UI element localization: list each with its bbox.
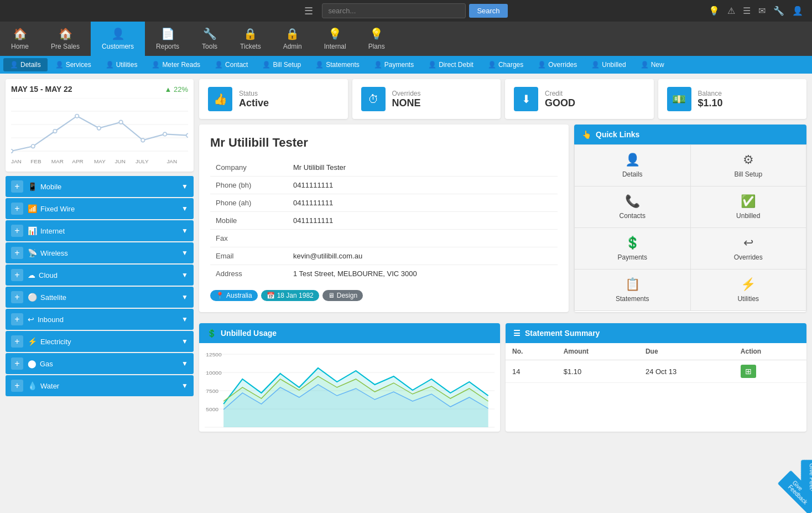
wireless-plus-btn[interactable]: + bbox=[11, 247, 23, 259]
tab-details[interactable]: 👤 Details bbox=[3, 58, 48, 71]
ql-overrides[interactable]: ↩ Overrides bbox=[691, 228, 806, 269]
tools-icon: 🔧 bbox=[203, 27, 217, 40]
stat-status: 👍 Status Active bbox=[199, 79, 348, 119]
search-input[interactable] bbox=[322, 3, 466, 18]
table-row: Phone (bh) 0411111111 bbox=[210, 177, 558, 194]
mini-chart: JAN FEB MAR APR MAY JUN JULY JAN bbox=[11, 98, 188, 164]
balance-label: Balance bbox=[698, 90, 723, 97]
tab-overrides[interactable]: 👤 Overrides bbox=[531, 58, 584, 71]
ql-contacts-label: Contacts bbox=[620, 212, 646, 220]
stmt-action-cell: ⊞ bbox=[734, 360, 806, 383]
percent-badge: ▲ 22% bbox=[164, 85, 188, 94]
field-value-company: Mr Utilibill Tester bbox=[288, 159, 558, 177]
nav-reports[interactable]: 📄 Reports bbox=[145, 22, 190, 56]
water-chevron: ▼ bbox=[181, 382, 188, 390]
service-water[interactable]: + 💧 Water ▼ bbox=[6, 375, 194, 396]
tab-charges[interactable]: 👤 Charges bbox=[481, 58, 530, 71]
stat-status-text: Status Active bbox=[239, 90, 269, 109]
svg-point-5 bbox=[11, 149, 13, 153]
nav-presales[interactable]: 🏠 Pre Sales bbox=[40, 22, 91, 56]
svg-point-13 bbox=[186, 133, 188, 137]
tab-contact[interactable]: 👤 Contact bbox=[208, 58, 254, 71]
statement-card: ☰ Statement Summary No. Amount Due Actio… bbox=[506, 323, 806, 432]
nav-internal[interactable]: 💡 Internal bbox=[313, 22, 357, 56]
service-mobile[interactable]: + 📱 Mobile ▼ bbox=[6, 176, 194, 197]
fixedwire-chevron: ▼ bbox=[181, 205, 188, 213]
alert-icon[interactable]: ⚠ bbox=[727, 6, 735, 16]
menu-icon[interactable]: ☰ bbox=[304, 5, 313, 17]
nav-customers[interactable]: 👤 Customers bbox=[91, 22, 145, 56]
mobile-plus-btn[interactable]: + bbox=[11, 180, 23, 193]
stmt-amount: $1.10 bbox=[557, 360, 639, 383]
service-fixed-wire[interactable]: + 📶 Fixed Wire ▼ bbox=[6, 198, 194, 219]
internet-plus-btn[interactable]: + bbox=[11, 225, 23, 237]
gas-icon: ⬤ bbox=[28, 359, 37, 368]
user-icon[interactable]: 👤 bbox=[792, 6, 803, 16]
nav-admin[interactable]: 🔒 Admin bbox=[272, 22, 313, 56]
tag-dob[interactable]: 📅 18 Jan 1982 bbox=[261, 290, 319, 301]
service-satellite[interactable]: + ⚪ Sattelite ▼ bbox=[6, 287, 194, 308]
ql-billsetup[interactable]: ⚙ Bill Setup bbox=[691, 145, 806, 186]
cloud-plus-btn[interactable]: + bbox=[11, 269, 23, 281]
statement-header-row: No. Amount Due Action bbox=[506, 343, 806, 360]
tab-meter-reads[interactable]: 👤 Meter Reads bbox=[145, 58, 207, 71]
tab-direct-debit[interactable]: 👤 Direct Debit bbox=[421, 58, 480, 71]
inbound-plus-btn[interactable]: + bbox=[11, 313, 23, 325]
ql-payments[interactable]: 💲 Payments bbox=[575, 228, 690, 269]
nav-plans[interactable]: 💡 Plans bbox=[357, 22, 396, 56]
svg-text:JULY: JULY bbox=[136, 158, 149, 164]
view-statement-btn[interactable]: ⊞ bbox=[741, 365, 756, 378]
tab-bill-setup[interactable]: 👤 Bill Setup bbox=[256, 58, 308, 71]
tab-payments[interactable]: 👤 Payments bbox=[367, 58, 420, 71]
tab-services[interactable]: 👤 Services bbox=[49, 58, 98, 71]
service-wireless[interactable]: + 📡 Wireless ▼ bbox=[6, 242, 194, 263]
ql-statements[interactable]: 📋 Statements bbox=[575, 270, 690, 310]
nav-home[interactable]: 🏠 Home bbox=[0, 22, 40, 56]
tag-design[interactable]: 🖥 Design bbox=[322, 290, 363, 301]
statement-table: No. Amount Due Action 14 $1.10 24 Oct 13 bbox=[506, 343, 806, 383]
search-button[interactable]: Search bbox=[469, 4, 507, 18]
tab-statements[interactable]: 👤 Statements bbox=[309, 58, 366, 71]
date-range-title: MAY 15 - MAY 22 bbox=[11, 85, 72, 94]
svg-point-6 bbox=[31, 144, 35, 148]
mail-icon[interactable]: ✉ bbox=[758, 6, 766, 16]
service-internet[interactable]: + 📊 Internet ▼ bbox=[6, 220, 194, 241]
ql-billsetup-label: Bill Setup bbox=[734, 170, 762, 178]
ql-details[interactable]: 👤 Details bbox=[575, 145, 690, 186]
col-action: Action bbox=[734, 343, 806, 360]
gas-plus-btn[interactable]: + bbox=[11, 357, 23, 370]
ql-contacts[interactable]: 📞 Contacts bbox=[575, 186, 690, 227]
nav-tickets[interactable]: 🔒 Tickets bbox=[229, 22, 272, 56]
svg-text:7500: 7500 bbox=[206, 388, 218, 394]
tab-utilities[interactable]: 👤 Utilities bbox=[99, 58, 144, 71]
service-electricity[interactable]: + ⚡ Electricity ▼ bbox=[6, 331, 194, 352]
service-cloud[interactable]: + ☁ Cloud ▼ bbox=[6, 265, 194, 286]
wrench-icon[interactable]: 🔧 bbox=[773, 6, 784, 16]
tab-new[interactable]: 👤 New bbox=[634, 58, 671, 71]
svg-point-10 bbox=[119, 120, 123, 124]
svg-point-11 bbox=[141, 138, 145, 142]
bulb-icon[interactable]: 💡 bbox=[709, 6, 720, 16]
field-label-email: Email bbox=[210, 247, 288, 265]
ql-utilities-label: Utilities bbox=[737, 295, 759, 303]
list-icon[interactable]: ☰ bbox=[743, 6, 751, 16]
satellite-plus-btn[interactable]: + bbox=[11, 291, 23, 303]
nav-tools[interactable]: 🔧 Tools bbox=[190, 22, 229, 56]
service-inbound[interactable]: + ↩ Inbound ▼ bbox=[6, 309, 194, 330]
tag-australia[interactable]: 📍 Australia bbox=[210, 290, 258, 301]
ql-unbilled[interactable]: ✅ Unbilled bbox=[691, 186, 806, 227]
services-list: + 📱 Mobile ▼ + 📶 Fixed Wire ▼ + 📊 Intern… bbox=[6, 176, 194, 396]
electricity-plus-btn[interactable]: + bbox=[11, 335, 23, 348]
satellite-chevron: ▼ bbox=[181, 293, 188, 301]
unbilled-header: 💲 Unbilled Usage bbox=[199, 323, 500, 343]
fixedwire-plus-btn[interactable]: + bbox=[11, 203, 23, 215]
reports-icon: 📄 bbox=[161, 27, 175, 40]
status-value: Active bbox=[239, 97, 269, 109]
tab-unbilled[interactable]: 👤 Unbilled bbox=[585, 58, 632, 71]
water-plus-btn[interactable]: + bbox=[11, 380, 23, 392]
ql-utilities[interactable]: ⚡ Utilities bbox=[691, 270, 806, 310]
balance-value: $1.10 bbox=[698, 97, 723, 109]
service-gas[interactable]: + ⬤ Gas ▼ bbox=[6, 353, 194, 374]
field-label-fax: Fax bbox=[210, 230, 288, 247]
nav-tickets-label: Tickets bbox=[240, 43, 261, 50]
